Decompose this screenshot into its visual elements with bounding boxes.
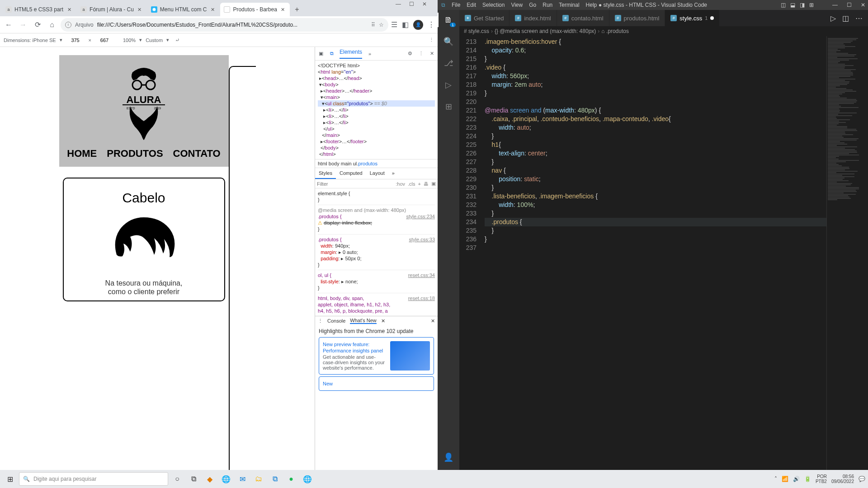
editor-tab[interactable]: #produtos.html (609, 10, 665, 26)
editor-tab[interactable]: ✶Get Started (459, 10, 509, 26)
search-icon[interactable]: 🔍 (442, 35, 455, 48)
notifications-icon[interactable]: 💬 (859, 476, 865, 482)
drawer-tab-console[interactable]: Console (327, 318, 345, 324)
explorer-icon[interactable]: 🗎1 (442, 14, 455, 26)
chevron-down-icon[interactable]: ▾ (60, 37, 62, 43)
menu-file[interactable]: File (452, 2, 460, 8)
source-link[interactable]: style.css:33 (409, 236, 435, 243)
nav-link-produtos[interactable]: PRODUTOS (107, 148, 163, 160)
height-input[interactable] (95, 37, 114, 43)
translate-icon[interactable]: ⠿ (371, 22, 375, 28)
maximize-icon[interactable]: ☐ (409, 1, 414, 7)
nav-link-contato[interactable]: CONTATO (173, 148, 221, 160)
bookmark-icon[interactable]: ☆ (379, 22, 384, 28)
run-debug-icon[interactable]: ▷ (442, 79, 455, 91)
file-explorer-icon[interactable]: 🗂 (251, 472, 266, 486)
panel-tab-elements[interactable]: Elements (340, 49, 362, 59)
clock[interactable]: 08:5609/06/2022 (831, 474, 854, 484)
minimize-icon[interactable]: — (396, 1, 401, 7)
tab-styles[interactable]: Styles (315, 168, 336, 179)
kebab-menu-icon[interactable]: ⋮ (428, 20, 435, 29)
new-tab-button[interactable]: + (291, 3, 303, 16)
volume-icon[interactable]: 🔊 (793, 476, 800, 482)
lang-indicator[interactable]: PORPTB2 (816, 474, 827, 484)
info-icon[interactable]: i (65, 22, 71, 28)
browser-tab-active[interactable]: Produtos - Barbea✕ (220, 3, 289, 16)
new-style-icon[interactable]: + (418, 181, 421, 187)
editor-tab-active[interactable]: #style.css1 (665, 10, 720, 26)
minimize-icon[interactable]: — (832, 2, 838, 8)
spotify-icon[interactable]: ● (284, 472, 298, 486)
breadcrumb[interactable]: html body main ul.produtos (315, 159, 438, 168)
gear-icon[interactable]: ⚙ (407, 51, 413, 57)
chevron-down-icon[interactable]: ▾ (139, 37, 142, 43)
minimap[interactable]: for(let i=0;i<120;i++)document.write("<d… (826, 36, 868, 488)
browser-tab[interactable]: aHTML5 e CSS3 part✕ (2, 3, 76, 16)
mail-icon[interactable]: ✉ (235, 472, 250, 486)
close-icon[interactable]: ✕ (137, 6, 143, 13)
editor-tab[interactable]: #contato.html (557, 10, 609, 26)
close-icon[interactable]: ✕ (66, 6, 72, 13)
computed-styles-icon[interactable]: ▣ (431, 181, 436, 187)
source-link[interactable]: style.css:234 (406, 213, 435, 220)
more-tabs-icon[interactable]: » (367, 51, 373, 57)
whats-new-card[interactable]: New (319, 376, 434, 391)
taskbar-search[interactable]: 🔍Digite aqui para pesquisar (19, 472, 168, 486)
chrome-dev-icon[interactable]: 🌐 (300, 472, 315, 486)
close-icon[interactable]: ✕ (861, 2, 865, 8)
reading-list-icon[interactable]: ☰ (391, 20, 397, 29)
cls-toggle[interactable]: .cls (408, 181, 415, 187)
layout-icon[interactable]: ⊞ (809, 2, 814, 8)
device-label[interactable]: Dimensions: iPhone SE (4, 38, 56, 43)
code-lines[interactable]: .imagem-beneficios:hover { opacity: 0.6;… (482, 36, 826, 488)
layout-icon[interactable]: ⬓ (790, 2, 795, 8)
source-control-icon[interactable]: ⎇ (442, 57, 455, 70)
menu-edit[interactable]: Edit (467, 2, 476, 8)
menu-help[interactable]: Help (586, 2, 597, 8)
close-icon[interactable]: ✕ (431, 318, 435, 324)
extensions-icon[interactable]: ⊞ (442, 100, 455, 113)
whats-new-card[interactable]: New preview feature: Performance insight… (319, 337, 434, 375)
menu-terminal[interactable]: Terminal (559, 2, 579, 8)
width-input[interactable] (66, 37, 85, 43)
breadcrumb[interactable]: # style.css› {} @media screen and (max-w… (459, 26, 868, 36)
home-button[interactable]: ⌂ (46, 19, 58, 31)
editor-tab[interactable]: #index.html (509, 10, 557, 26)
crumb-seg[interactable]: # style.css (464, 28, 489, 34)
kebab-menu-icon[interactable]: ⋮ (429, 37, 434, 43)
hov-toggle[interactable]: :hov (396, 181, 405, 187)
chrome-icon[interactable]: 🌐 (219, 472, 233, 486)
filter-input[interactable] (317, 181, 393, 187)
close-icon[interactable]: ✕ (209, 6, 216, 13)
close-icon[interactable]: ✕ (429, 51, 435, 57)
maximize-icon[interactable]: ☐ (847, 2, 852, 8)
code-editor[interactable]: 2132142152162172182192202212222232242252… (459, 36, 868, 488)
app-icon[interactable]: ◆ (203, 472, 217, 486)
menu-view[interactable]: View (511, 2, 523, 8)
device-toggle-icon[interactable]: ⧉ (329, 51, 335, 57)
more-tabs-icon[interactable]: » (388, 168, 398, 179)
battery-icon[interactable]: 🔋 (804, 476, 811, 482)
menu-run[interactable]: Run (542, 2, 552, 8)
inspect-icon[interactable]: ▣ (318, 51, 324, 57)
zoom-select[interactable]: 100% (123, 38, 136, 43)
kebab-menu-icon[interactable]: ⋮ (318, 318, 323, 324)
tab-computed[interactable]: Computed (336, 168, 366, 179)
print-icon[interactable]: 🖶 (424, 181, 429, 187)
layout-icon[interactable]: ◨ (800, 2, 805, 8)
close-icon[interactable]: ✕ (280, 6, 286, 13)
vscode-taskbar-icon[interactable]: ⧉ (268, 472, 282, 486)
more-icon[interactable]: ⋯ (855, 14, 863, 23)
kebab-menu-icon[interactable]: ⋮ (418, 51, 424, 57)
crumb-seg[interactable]: ⌂ .produtos (601, 28, 629, 34)
chevron-down-icon[interactable]: ▾ (166, 37, 169, 43)
chevron-up-icon[interactable]: ˄ (774, 476, 777, 482)
split-editor-icon[interactable]: ◫ (842, 14, 849, 23)
forward-button[interactable]: → (17, 19, 29, 31)
profile-avatar[interactable]: 👤 (413, 20, 423, 30)
cortana-icon[interactable]: ○ (170, 472, 184, 486)
tab-layout[interactable]: Layout (366, 168, 388, 179)
menu-selection[interactable]: Selection (482, 2, 505, 8)
reload-button[interactable]: ⟳ (32, 19, 43, 31)
close-icon[interactable]: ✕ (422, 1, 427, 7)
